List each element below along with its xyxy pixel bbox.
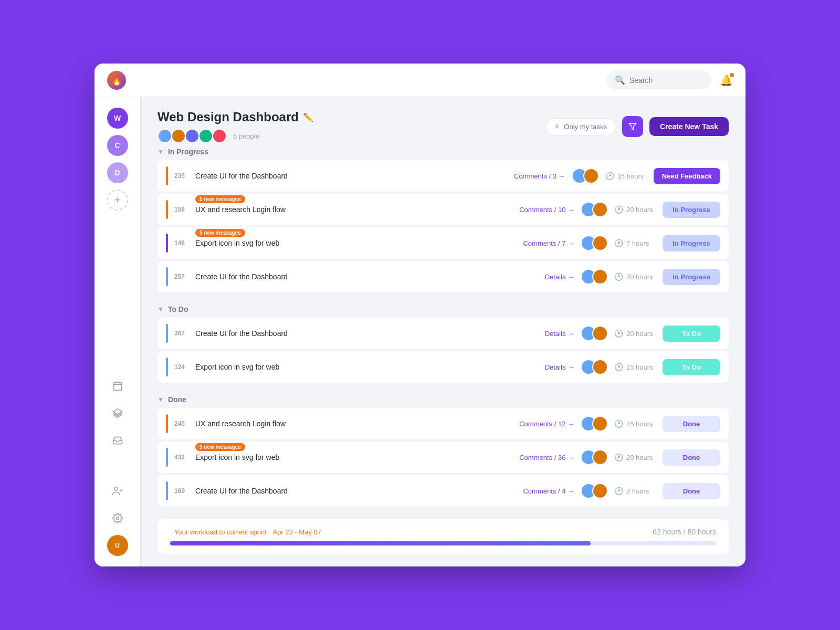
task-priority-bar [166,414,168,433]
task-time: 🕐 20 hours [614,205,656,214]
content-area: Web Design Dashboard ✏️ 5 people ✕ [141,97,746,566]
task-comments-link[interactable]: Comments / 10 → [519,206,574,214]
task-name: Create UI for the Dashboard [195,172,288,180]
task-status-button[interactable]: To Do [663,359,720,375]
task-time: 🕐 20 hours [614,453,656,461]
task-name-area: Create UI for the Dashboard [195,486,517,496]
task-comments-link[interactable]: Details → [545,330,574,338]
only-my-tasks-button[interactable]: ✕ Only my tasks [545,118,616,135]
task-comments-link[interactable]: Details → [545,363,574,371]
task-status-button[interactable]: Done [663,483,720,499]
workload-label: Your workload to current sprint Apr 23 -… [170,528,321,536]
task-comments-link[interactable]: Comments / 36 → [519,454,574,461]
task-id: 257 [174,273,189,280]
task-name: Create UI for the Dashboard [195,487,288,495]
team-avatar-1 [158,129,172,143]
nav-right: 🔍 🔔 [606,71,733,89]
section-done: ▼ Done 245 UX and research Login flow Co… [158,395,729,507]
sidebar-calendar-icon[interactable] [107,375,128,396]
section-header: ▼ In Progress [158,148,729,156]
task-status-button[interactable]: In Progress [663,202,720,218]
sidebar-layers-icon[interactable] [107,403,128,424]
section-chevron-icon[interactable]: ▼ [158,148,164,155]
task-avatar-2 [592,416,608,432]
task-row: 257 Create UI for the Dashboard Details … [158,261,729,292]
task-status-button[interactable]: In Progress [663,269,720,285]
task-time-value: 15 hours [626,363,653,371]
task-status-button[interactable]: Need Feedback [654,168,720,184]
sidebar-workspace-d[interactable]: D [107,162,128,183]
create-task-button[interactable]: Create New Task [649,117,729,136]
team-avatar-4 [198,129,213,143]
task-time-value: 20 hours [626,454,653,461]
dashboard-title-area: Web Design Dashboard ✏️ 5 people [158,110,313,143]
clock-icon: 🕐 [614,239,623,247]
task-time-value: 15 hours [626,420,653,428]
task-name-area: Create UI for the Dashboard [195,329,539,338]
section-in-progress: ▼ In Progress 235 Create UI for the Dash… [158,148,729,292]
team-avatar-2 [171,129,186,143]
task-row: 124 Export icon in svg for web Details →… [158,351,729,383]
svg-rect-0 [113,382,121,390]
task-id: 146 [174,239,189,247]
edit-icon[interactable]: ✏️ [303,112,313,122]
team-count: 5 people [233,132,259,140]
task-name-area: 5 new messages Export icon in svg for we… [195,453,513,462]
task-name-area: Create UI for the Dashboard [195,171,508,181]
task-status-button[interactable]: To Do [663,326,720,342]
task-name: Export icon in svg for web [195,363,279,371]
task-time: 🕐 20 hours [614,272,656,281]
dashboard-header: Web Design Dashboard ✏️ 5 people ✕ [158,110,729,143]
task-comments-link[interactable]: Comments / 12 → [519,420,574,428]
task-name: Export icon in svg for web [195,239,279,247]
sidebar-inbox-icon[interactable] [107,430,128,451]
search-icon: 🔍 [615,75,625,85]
task-status-button[interactable]: Done [663,416,720,432]
sidebar-workspace-c[interactable]: C [107,135,128,156]
task-id: 156 [174,206,189,213]
task-name: Create UI for the Dashboard [195,272,288,281]
task-time-value: 7 hours [626,239,649,247]
task-comments-link[interactable]: Comments / 3 → [514,172,565,180]
task-comments-link[interactable]: Comments / 7 → [523,239,574,247]
main-layout: W C D + [94,97,746,566]
task-comments-link[interactable]: Comments / 4 → [523,487,574,495]
task-name: UX and research Login flow [195,419,286,428]
task-time-value: 15 hours [617,172,644,180]
sidebar-settings-icon[interactable] [107,508,128,529]
page-title: Web Design Dashboard [158,110,299,124]
task-avatars [581,449,608,465]
section-chevron-icon[interactable]: ▼ [158,396,164,403]
workload-header: Your workload to current sprint Apr 23 -… [170,528,716,536]
task-avatar-2 [592,269,608,285]
task-time: 🕐 7 hours [614,239,656,247]
task-row: 235 Create UI for the Dashboard Comments… [158,160,729,192]
clear-filter-icon[interactable]: ✕ [554,123,560,130]
task-priority-bar [166,358,168,376]
sidebar-workspace-w[interactable]: W [107,108,128,129]
section-chevron-icon[interactable]: ▼ [158,306,164,313]
task-badge: 5 new messages [195,195,245,203]
sidebar-user-avatar[interactable]: U [107,535,128,556]
sidebar: W C D + [94,97,141,566]
task-badge: 5 new messages [195,443,245,451]
task-status-button[interactable]: In Progress [663,235,720,251]
task-avatar-2 [592,449,608,465]
sidebar-add-workspace[interactable]: + [107,190,128,211]
app-wrapper: 🔥 🔍 🔔 W C D + [94,64,746,566]
team-avatar-3 [185,129,200,143]
filter-button[interactable] [622,116,643,137]
search-input[interactable] [629,76,703,85]
section-header: ▼ To Do [158,305,729,313]
workload-hours: 62 hours / 80 hours [653,528,716,536]
task-priority-bar [166,234,168,253]
search-box[interactable]: 🔍 [606,71,711,89]
notification-button[interactable]: 🔔 [720,74,733,87]
sidebar-user-plus-icon[interactable] [107,480,128,501]
task-name-area: Create UI for the Dashboard [195,272,539,281]
task-avatars [581,483,608,499]
task-status-button[interactable]: Done [663,449,720,466]
task-avatar-2 [592,359,608,375]
task-comments-link[interactable]: Details → [545,273,574,281]
notification-dot [730,73,734,77]
